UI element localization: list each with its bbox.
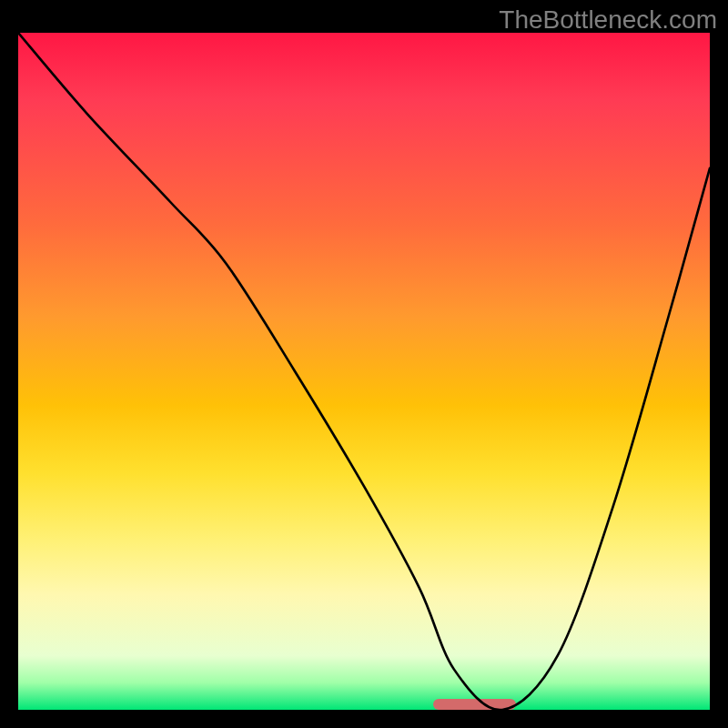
chart-area [18,33,710,710]
chart-svg [18,33,710,710]
bottleneck-curve-line [18,33,710,710]
watermark-text: TheBottleneck.com [499,5,717,35]
